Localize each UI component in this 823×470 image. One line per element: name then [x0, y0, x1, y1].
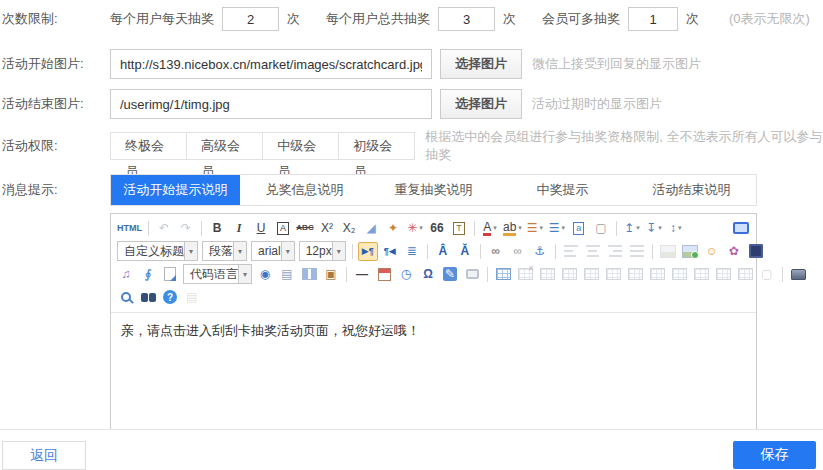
- insert-video-icon[interactable]: [746, 242, 766, 261]
- merge-cells-icon[interactable]: [559, 265, 579, 284]
- daily-limit-input[interactable]: [222, 7, 279, 31]
- clear-format-broom-icon[interactable]: ✦: [383, 219, 403, 238]
- paste-clipboard-icon[interactable]: ▤: [182, 288, 202, 307]
- attachment-icon[interactable]: ∮: [138, 265, 158, 284]
- end-image-pick-button[interactable]: 选择图片: [440, 89, 522, 119]
- paragraph-space-top-icon[interactable]: ↥▾: [622, 219, 642, 238]
- insert-table-icon[interactable]: [493, 265, 513, 284]
- table-header-icon[interactable]: [537, 265, 557, 284]
- tab-redeem-info[interactable]: 兑奖信息说明: [240, 175, 369, 205]
- start-image-input[interactable]: [110, 49, 432, 79]
- insert-date-icon[interactable]: [374, 265, 394, 284]
- font-family-select[interactable]: arial▾: [251, 241, 295, 261]
- ordered-list-icon[interactable]: ☰▾: [525, 219, 545, 238]
- delete-row-glyph: [650, 268, 665, 280]
- highlight-color-icon[interactable]: ab▾: [502, 219, 523, 238]
- unlink-icon[interactable]: ∞: [508, 242, 528, 261]
- superscript-icon[interactable]: X²: [317, 219, 337, 238]
- insert-columns-icon[interactable]: [299, 265, 319, 284]
- perm-option-junior[interactable]: 初级会员: [338, 132, 415, 160]
- special-char-icon[interactable]: Ω: [418, 265, 438, 284]
- preview-zoom-icon[interactable]: [116, 288, 136, 307]
- align-left-icon[interactable]: [561, 242, 581, 261]
- align-right-glyph: [608, 245, 622, 257]
- insert-link-icon[interactable]: ∞: [486, 242, 506, 261]
- merge-down-icon[interactable]: [713, 265, 733, 284]
- font-size-down-icon[interactable]: Ǎ: [455, 242, 475, 261]
- perm-option-middle[interactable]: 中级会员: [262, 132, 339, 160]
- font-color-icon[interactable]: A▾: [480, 219, 500, 238]
- align-center-icon[interactable]: [583, 242, 603, 261]
- ltr-paragraph-icon[interactable]: ▶¶: [358, 242, 378, 261]
- underline-icon[interactable]: U: [251, 219, 271, 238]
- rtl-paragraph-icon[interactable]: ¶◀: [380, 242, 400, 261]
- font-family-select-value: arial: [252, 244, 281, 258]
- total-limit-input[interactable]: [438, 7, 495, 31]
- delete-table-icon[interactable]: [515, 265, 535, 284]
- tab-end-note[interactable]: 活动结束说明: [627, 175, 756, 205]
- undo-icon[interactable]: ↶: [154, 219, 174, 238]
- align-right-icon[interactable]: [605, 242, 625, 261]
- anchor-text-icon[interactable]: a: [569, 219, 589, 238]
- print-icon[interactable]: [788, 265, 808, 284]
- blockquote-icon[interactable]: 66: [427, 219, 447, 238]
- tab-repeat-draw[interactable]: 重复抽奖说明: [369, 175, 498, 205]
- delete-col-icon[interactable]: [669, 265, 689, 284]
- insert-row-icon[interactable]: [581, 265, 601, 284]
- line-height-icon[interactable]: ↕▾: [666, 219, 686, 238]
- paragraph-select[interactable]: 段落▾: [202, 241, 247, 261]
- strikethrough-icon[interactable]: ABC: [295, 219, 315, 238]
- indent-paragraph-icon[interactable]: ≣: [402, 242, 422, 261]
- delete-row-icon[interactable]: [647, 265, 667, 284]
- redo-icon[interactable]: ↷: [176, 219, 196, 238]
- style-select[interactable]: 自定义标题▾: [117, 241, 198, 261]
- member-extra-limit-input[interactable]: [628, 7, 678, 31]
- insert-image-icon[interactable]: [680, 242, 700, 261]
- insert-music-icon[interactable]: ♫: [116, 265, 136, 284]
- insert-time-icon[interactable]: ◷: [396, 265, 416, 284]
- tab-win-tip[interactable]: 中奖提示: [498, 175, 627, 205]
- fullscreen-icon[interactable]: [731, 219, 751, 238]
- bold-icon[interactable]: B: [207, 219, 227, 238]
- align-justify-icon[interactable]: [627, 242, 647, 261]
- end-image-input[interactable]: [110, 89, 432, 119]
- start-image-pick-button[interactable]: 选择图片: [440, 49, 522, 79]
- help-icon[interactable]: ?: [160, 288, 180, 307]
- remove-format-eraser-icon[interactable]: ◢: [361, 219, 381, 238]
- table-props-icon[interactable]: [735, 265, 755, 284]
- editor-content[interactable]: 亲，请点击进入刮刮卡抽奖活动页面，祝您好运哦！: [111, 313, 756, 443]
- briefcase-icon[interactable]: ▣: [321, 265, 341, 284]
- paint-scrawl-icon[interactable]: ✿: [724, 242, 744, 261]
- page-template-icon[interactable]: ▢: [757, 265, 777, 284]
- blank-doc-icon[interactable]: ▢: [591, 219, 611, 238]
- italic-icon[interactable]: I: [229, 219, 249, 238]
- perm-option-senior[interactable]: 高级会员: [186, 132, 263, 160]
- insert-code-icon[interactable]: [160, 265, 180, 284]
- embed-widget-icon[interactable]: ◉: [255, 265, 275, 284]
- horizontal-rule-icon[interactable]: —: [352, 265, 372, 284]
- spray-color-icon[interactable]: ✳▾: [405, 219, 425, 238]
- edit-note-icon[interactable]: ✎: [440, 265, 460, 284]
- subscript-icon[interactable]: X₂: [339, 219, 359, 238]
- html-source-icon[interactable]: HTML: [116, 219, 143, 238]
- merge-right-icon[interactable]: [691, 265, 711, 284]
- unordered-list-icon[interactable]: ☰▾: [547, 219, 567, 238]
- image-placeholder-icon[interactable]: [658, 242, 678, 261]
- insert-col-icon[interactable]: [603, 265, 623, 284]
- save-button[interactable]: 保存: [733, 441, 816, 469]
- perm-option-ultimate[interactable]: 终极会员: [110, 132, 187, 160]
- font-size-select[interactable]: 12px▾: [299, 241, 346, 261]
- anchor-icon[interactable]: ⚓: [530, 242, 550, 261]
- screen-capture-icon[interactable]: [462, 265, 482, 284]
- font-size-up-icon[interactable]: Â: [433, 242, 453, 261]
- tab-start-tip[interactable]: 活动开始提示说明: [111, 175, 240, 205]
- paste-as-text-icon[interactable]: T: [449, 219, 469, 238]
- back-button[interactable]: 返回: [2, 441, 86, 470]
- paragraph-space-bottom-icon[interactable]: ↧▾: [644, 219, 664, 238]
- find-replace-icon[interactable]: [138, 288, 158, 307]
- code-language-select[interactable]: 代码语言▾: [183, 264, 252, 284]
- split-cell-icon[interactable]: [625, 265, 645, 284]
- emoticon-icon[interactable]: ☺: [702, 242, 722, 261]
- page-break-icon[interactable]: ▤: [277, 265, 297, 284]
- border-text-icon[interactable]: A: [273, 219, 293, 238]
